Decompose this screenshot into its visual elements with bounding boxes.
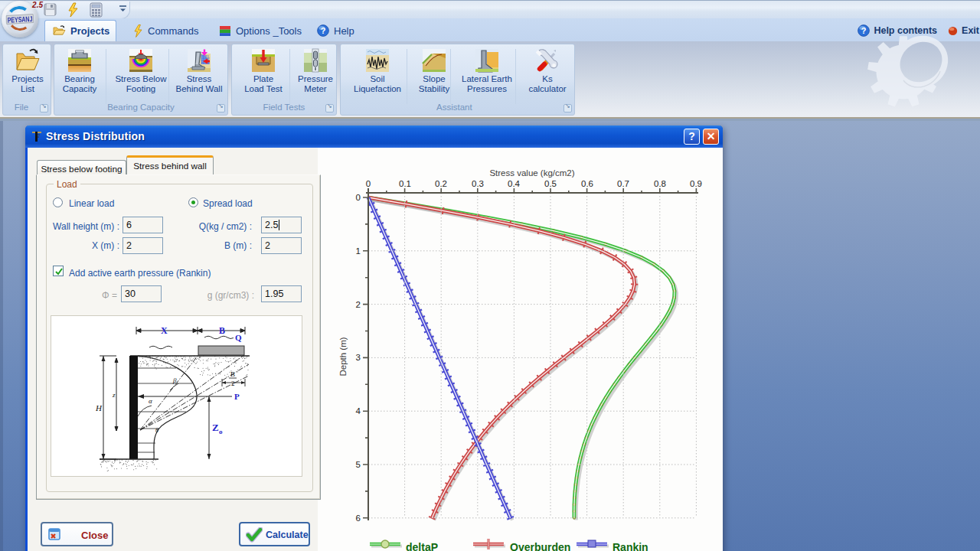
svg-text:0.9: 0.9 xyxy=(690,179,702,188)
svg-text:2: 2 xyxy=(231,380,235,387)
svg-text:?: ? xyxy=(321,26,326,35)
svg-text:0.7: 0.7 xyxy=(617,179,629,188)
svg-text:z: z xyxy=(112,391,116,399)
svg-text:Q: Q xyxy=(235,333,242,342)
svg-text:0: 0 xyxy=(356,193,361,202)
svg-text:θ: θ xyxy=(155,427,158,434)
svg-text:Depth (m): Depth (m) xyxy=(338,337,348,376)
svg-text:2: 2 xyxy=(356,300,361,309)
svg-text:0.2: 0.2 xyxy=(435,179,447,188)
svg-text:?: ? xyxy=(861,26,867,35)
svg-text:6: 6 xyxy=(356,514,361,523)
svg-text:0.8: 0.8 xyxy=(654,179,666,188)
svg-text:α: α xyxy=(149,397,152,405)
svg-text:4: 4 xyxy=(356,406,361,416)
svg-text:Z: Z xyxy=(212,422,219,433)
svg-text:Rankin: Rankin xyxy=(612,541,648,551)
svg-text:5: 5 xyxy=(356,460,361,469)
svg-text:3: 3 xyxy=(356,353,361,362)
svg-text:Stress value (kg/cm2): Stress value (kg/cm2) xyxy=(489,168,574,178)
svg-text:Overburden: Overburden xyxy=(510,541,570,551)
svg-text:0.1: 0.1 xyxy=(399,179,411,188)
svg-text:0.3: 0.3 xyxy=(472,179,484,188)
svg-text:1: 1 xyxy=(356,246,361,256)
svg-text:β: β xyxy=(172,377,177,384)
svg-text:0.4: 0.4 xyxy=(508,179,521,188)
svg-text:0.6: 0.6 xyxy=(581,179,593,188)
svg-text:deltaP: deltaP xyxy=(406,541,438,551)
svg-text:0.5: 0.5 xyxy=(544,179,557,188)
svg-text:B: B xyxy=(230,370,235,378)
svg-text:H: H xyxy=(95,403,103,412)
svg-text:0: 0 xyxy=(366,179,371,188)
svg-text:B: B xyxy=(219,325,225,336)
svg-text:o: o xyxy=(219,428,223,435)
svg-text:X: X xyxy=(161,325,168,336)
svg-text:P: P xyxy=(234,392,240,401)
